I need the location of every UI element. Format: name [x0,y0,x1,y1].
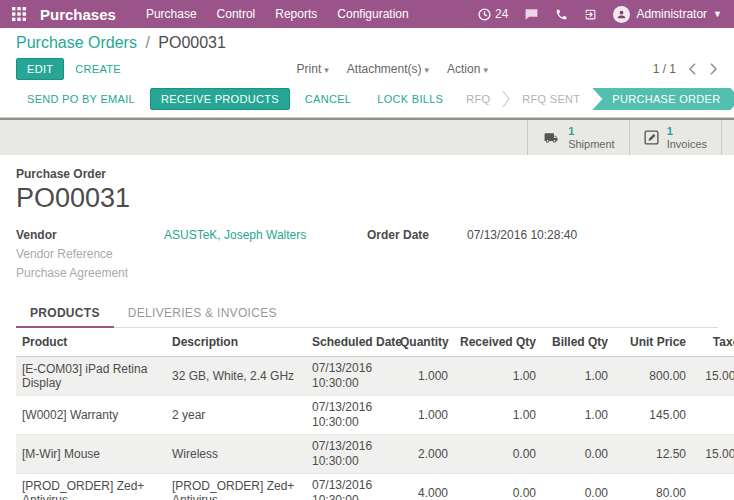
cell-unit_price: 12.50 [614,435,692,474]
cell-quantity: 2.000 [394,435,454,474]
chevron-left-icon [688,63,697,75]
app-name[interactable]: Purchases [40,6,116,23]
table-row[interactable]: [W0002] Warranty2 year07/13/2016 10:30:0… [16,396,734,435]
pager-value: 1 / 1 [653,62,676,76]
breadcrumb-parent-link[interactable]: Purchase Orders [16,34,137,51]
chevron-right-icon [709,63,718,75]
menu-item-purchase[interactable]: Purchase [146,7,197,21]
cell-description: 32 GB, White, 2.4 GHz [166,357,306,396]
stat-button-invoices[interactable]: 1Invoices [629,120,722,155]
workflow-row: SEND PO BY EMAILRECEIVE PRODUCTSCANCELLO… [0,84,734,118]
cell-product: [PROD_ORDER] Zed+ Antivirus [16,474,166,500]
breadcrumb-current: PO00031 [158,34,226,51]
table-row[interactable]: [PROD_ORDER] Zed+ Antivirus[PROD_ORDER] … [16,474,734,500]
lock-bills-button[interactable]: LOCK BILLS [366,88,454,110]
send-po-by-email-button[interactable]: SEND PO BY EMAIL [16,88,146,110]
action-dropdown[interactable]: Action▾ [447,62,488,76]
cell-received_qty: 1.00 [454,396,542,435]
menu-item-reports[interactable]: Reports [275,7,317,21]
status-step-purchase-order[interactable]: PURCHASE ORDER [592,88,734,110]
pager-prev-button[interactable] [688,63,697,75]
table-row[interactable]: [M-Wir] MouseWireless07/13/2016 10:30:00… [16,435,734,474]
activity-count: 24 [495,7,508,21]
menu-item-control[interactable]: Control [217,7,256,21]
print-dropdown[interactable]: Print▾ [297,62,329,76]
status-step-rfq-sent[interactable]: RFQ SENT [510,93,592,105]
apps-grid-icon[interactable] [12,7,26,21]
cell-quantity: 1.000 [394,396,454,435]
stat-text: 1Invoices [667,125,707,150]
chevron-down-icon: ▾ [324,65,329,75]
cell-product: [E-COM03] iPad Retina Display [16,357,166,396]
control-row: EDIT CREATE Print▾ Attachment(s)▾ Action… [0,54,734,84]
person-icon [616,9,627,20]
column-header-received_qty: Received Qty [454,328,542,357]
breadcrumb-separator: / [145,34,149,51]
edit-button[interactable]: EDIT [16,58,64,80]
avatar [613,6,630,23]
create-button[interactable]: CREATE [64,58,132,80]
field-area: Vendor ASUSTeK, Joseph Walters Vendor Re… [16,228,718,285]
activities-button[interactable]: 24 [478,7,508,21]
pager-next-button[interactable] [709,63,718,75]
attachments-dropdown[interactable]: Attachment(s)▾ [347,62,429,76]
purchase-agreement-label: Purchase Agreement [16,266,164,280]
sign-out-icon [584,8,597,21]
order-lines-table: ProductDescriptionScheduled DateQuantity… [16,328,734,500]
phone-button[interactable] [555,8,568,21]
cell-description: 2 year [166,396,306,435]
cell-taxes [692,474,734,500]
column-header-product: Product [16,328,166,357]
cell-scheduled_date: 07/13/2016 10:30:00 [306,357,394,396]
cell-scheduled_date: 07/13/2016 10:30:00 [306,435,394,474]
cell-description: Wireless [166,435,306,474]
table-row[interactable]: [E-COM03] iPad Retina Display32 GB, Whit… [16,357,734,396]
vendor-value-link[interactable]: ASUSTeK, Joseph Walters [164,228,306,242]
tab-products[interactable]: PRODUCTS [16,299,114,328]
logout-button[interactable] [584,8,597,21]
column-header-taxes: Taxes [692,328,734,357]
cell-taxes: 15.00% [692,357,734,396]
column-header-unit_price: Unit Price [614,328,692,357]
cell-billed_qty: 1.00 [542,357,614,396]
statusbar: RFQRFQ SENTPURCHASE ORDERLOCKED [454,88,734,110]
cell-scheduled_date: 07/13/2016 10:30:00 [306,396,394,435]
chevron-right-icon [502,90,510,108]
menu-item-configuration[interactable]: Configuration [337,7,408,21]
cancel-button[interactable]: CANCEL [294,88,362,110]
user-name: Administrator [636,7,707,21]
tab-deliveries-invoices[interactable]: DELIVERIES & INVOICES [114,299,291,327]
clock-icon [478,8,491,21]
receive-products-button[interactable]: RECEIVE PRODUCTS [150,88,290,110]
chevron-down-icon: ▾ [483,65,488,75]
column-header-scheduled_date: Scheduled Date [306,328,394,357]
cell-description: [PROD_ORDER] Zed+ Antivirus [166,474,306,500]
pager: 1 / 1 [653,62,718,76]
stat-text: 1Shipment [568,125,614,150]
cell-product: [M-Wir] Mouse [16,435,166,474]
stat-label: Shipment [568,138,614,151]
cell-taxes: 15.00% [692,435,734,474]
cell-quantity: 1.000 [394,357,454,396]
table-header-row: ProductDescriptionScheduled DateQuantity… [16,328,734,357]
chevron-down-icon: ▾ [425,65,430,75]
column-header-quantity: Quantity [394,328,454,357]
cell-billed_qty: 0.00 [542,435,614,474]
messages-button[interactable] [524,8,539,21]
invoice-edit-icon [644,130,659,145]
cell-unit_price: 145.00 [614,396,692,435]
column-header-billed_qty: Billed Qty [542,328,614,357]
vendor-reference-label: Vendor Reference [16,247,164,261]
stat-button-shipment[interactable]: 1Shipment [527,120,628,155]
cell-received_qty: 1.00 [454,357,542,396]
record-type-label: Purchase Order [16,167,718,181]
cell-product: [W0002] Warranty [16,396,166,435]
page-title: PO00031 [16,183,718,214]
cell-billed_qty: 1.00 [542,396,614,435]
cell-unit_price: 80.00 [614,474,692,500]
top-menu: PurchaseControlReportsConfiguration [146,7,409,21]
cell-received_qty: 0.00 [454,435,542,474]
cell-received_qty: 0.00 [454,474,542,500]
user-menu[interactable]: Administrator ▼ [613,6,722,23]
status-step-rfq[interactable]: RFQ [454,93,502,105]
